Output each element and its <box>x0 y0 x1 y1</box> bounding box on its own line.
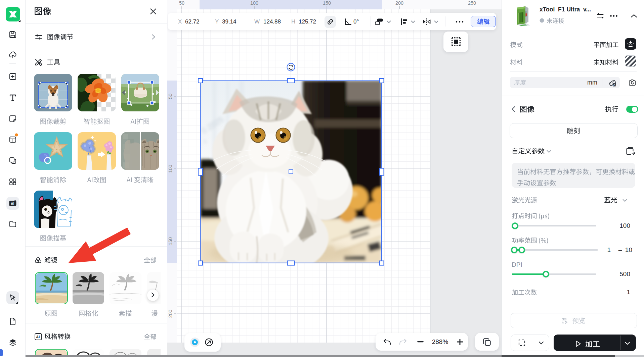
svg-text:Ai: Ai <box>11 202 14 206</box>
svg-text:A: A <box>613 83 615 87</box>
svg-text:AI: AI <box>36 335 40 339</box>
